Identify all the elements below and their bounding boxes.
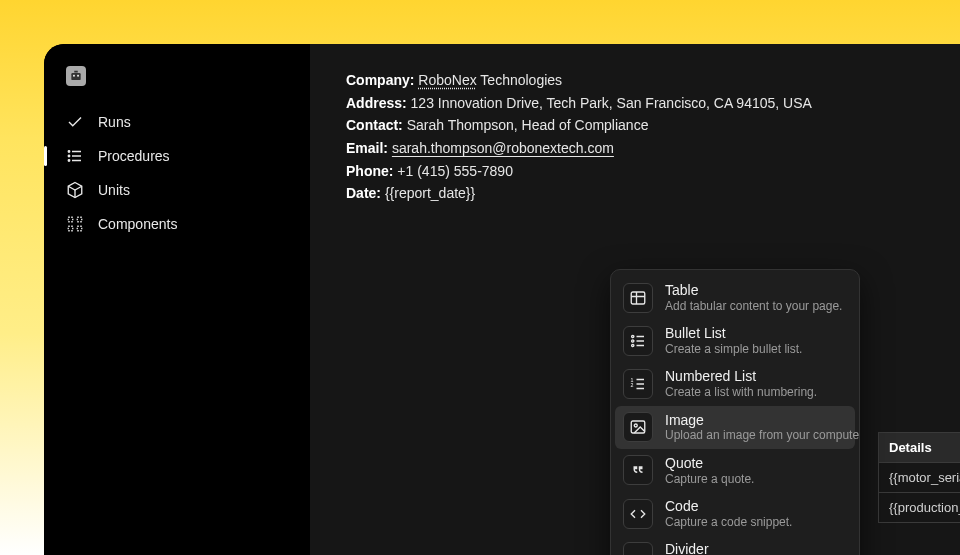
- table-row[interactable]: {{motor_serial_number}}: [879, 463, 961, 493]
- meta-label: Contact:: [346, 117, 403, 133]
- meta-email: Email: sarah.thompson@robonextech.com: [346, 138, 920, 160]
- check-icon: [66, 113, 84, 131]
- table-icon: [623, 283, 653, 313]
- svg-rect-29: [631, 421, 645, 433]
- svg-point-9: [68, 160, 70, 162]
- slash-item-table[interactable]: Table Add tabular content to your page.: [615, 276, 855, 319]
- slash-item-title: Code: [665, 498, 792, 515]
- app-logo: [66, 66, 86, 86]
- meta-date: Date: {{report_date}}: [346, 183, 920, 205]
- slash-menu: Table Add tabular content to your page. …: [610, 269, 860, 555]
- svg-point-7: [68, 151, 70, 153]
- svg-rect-15: [631, 292, 645, 304]
- slash-item-title: Image: [665, 412, 847, 429]
- sidebar-item-label: Runs: [98, 114, 131, 130]
- slash-item-desc: Create a simple bullet list.: [665, 342, 802, 356]
- company-link[interactable]: RoboNex: [418, 72, 476, 88]
- phone-value: +1 (415) 555-7890: [397, 163, 513, 179]
- nav: Runs Procedures Units Components: [44, 106, 310, 240]
- company-rest: Technologies: [477, 72, 562, 88]
- meta-company: Company: RoboNex Technologies: [346, 70, 920, 92]
- date-value: {{report_date}}: [385, 185, 475, 201]
- svg-rect-3: [74, 71, 78, 73]
- quote-icon: [623, 455, 653, 485]
- svg-rect-11: [68, 217, 73, 222]
- meta-label: Email:: [346, 140, 388, 156]
- slash-item-bullet-list[interactable]: Bullet List Create a simple bullet list.: [615, 319, 855, 362]
- meta-contact: Contact: Sarah Thompson, Head of Complia…: [346, 115, 920, 137]
- meta-address: Address: 123 Innovation Drive, Tech Park…: [346, 93, 920, 115]
- svg-point-8: [68, 155, 70, 157]
- meta-label: Address:: [346, 95, 407, 111]
- sidebar-item-label: Units: [98, 182, 130, 198]
- meta-label: Phone:: [346, 163, 393, 179]
- slash-item-title: Quote: [665, 455, 754, 472]
- slash-item-desc: Capture a quote.: [665, 472, 754, 486]
- components-icon: [66, 215, 84, 233]
- details-table[interactable]: Details {{motor_serial_number}} {{produc…: [878, 432, 960, 523]
- sidebar-item-units[interactable]: Units: [44, 174, 310, 206]
- numbered-list-icon: 12: [623, 369, 653, 399]
- slash-item-image[interactable]: Image Upload an image from your computer…: [615, 406, 855, 449]
- slash-item-title: Table: [665, 282, 842, 299]
- table-cell[interactable]: {{production_date}}: [879, 493, 961, 523]
- svg-rect-12: [77, 217, 82, 222]
- svg-rect-14: [77, 226, 82, 231]
- image-icon: [623, 412, 653, 442]
- document-meta: Company: RoboNex Technologies Address: 1…: [346, 70, 920, 205]
- slash-item-title: Numbered List: [665, 368, 817, 385]
- table-row[interactable]: {{production_date}}: [879, 493, 961, 523]
- code-icon: [623, 499, 653, 529]
- slash-item-code[interactable]: Code Capture a code snippet.: [615, 492, 855, 535]
- svg-rect-1: [73, 75, 75, 77]
- slash-item-desc: Add tabular content to your page.: [665, 299, 842, 313]
- svg-point-19: [632, 340, 634, 342]
- svg-text:2: 2: [631, 382, 634, 388]
- contact-value: Sarah Thompson, Head of Compliance: [407, 117, 649, 133]
- sidebar-item-procedures[interactable]: Procedures: [44, 140, 310, 172]
- email-link[interactable]: sarah.thompson@robonextech.com: [392, 140, 614, 156]
- svg-rect-2: [77, 75, 79, 77]
- robot-icon: [69, 69, 83, 83]
- svg-rect-13: [68, 226, 73, 231]
- slash-item-title: Bullet List: [665, 325, 802, 342]
- svg-point-18: [632, 335, 634, 337]
- bullet-list-icon: [623, 326, 653, 356]
- meta-label: Date:: [346, 185, 381, 201]
- cube-icon: [66, 181, 84, 199]
- sidebar-item-components[interactable]: Components: [44, 208, 310, 240]
- slash-item-quote[interactable]: Quote Capture a quote.: [615, 449, 855, 492]
- sidebar: Runs Procedures Units Components: [44, 44, 310, 555]
- slash-item-desc: Create a list with numbering.: [665, 385, 817, 399]
- slash-item-desc: Upload an image from your computer.: [665, 428, 847, 442]
- table-cell[interactable]: {{motor_serial_number}}: [879, 463, 961, 493]
- app-window: Runs Procedures Units Components Company…: [44, 44, 960, 555]
- slash-item-title: Divider: [665, 541, 782, 555]
- meta-phone: Phone: +1 (415) 555-7890: [346, 161, 920, 183]
- slash-item-desc: Capture a code snippet.: [665, 515, 792, 529]
- sidebar-item-label: Components: [98, 216, 177, 232]
- slash-item-divider[interactable]: Divider Visually divide blocks.: [615, 535, 855, 555]
- meta-label: Company:: [346, 72, 414, 88]
- list-icon: [66, 147, 84, 165]
- table-header: Details: [879, 433, 961, 463]
- divider-icon: [623, 542, 653, 555]
- address-value: 123 Innovation Drive, Tech Park, San Fra…: [411, 95, 812, 111]
- slash-item-numbered-list[interactable]: 12 Numbered List Create a list with numb…: [615, 362, 855, 405]
- sidebar-item-label: Procedures: [98, 148, 170, 164]
- svg-rect-0: [71, 73, 80, 80]
- svg-point-20: [632, 344, 634, 346]
- sidebar-item-runs[interactable]: Runs: [44, 106, 310, 138]
- document-area[interactable]: Company: RoboNex Technologies Address: 1…: [310, 44, 960, 555]
- svg-point-30: [634, 424, 637, 427]
